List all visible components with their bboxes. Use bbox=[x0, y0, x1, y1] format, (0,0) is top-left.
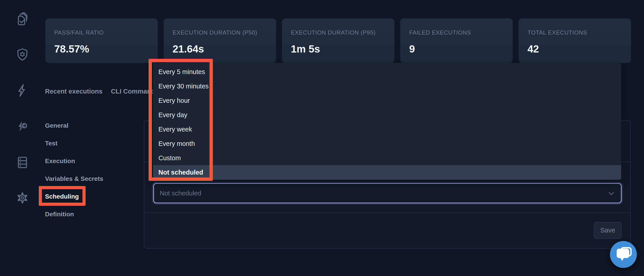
stat-card-value: 42 bbox=[528, 43, 622, 55]
sidebar-item-variables-secrets[interactable]: Variables & Secrets bbox=[45, 170, 103, 188]
triggers-icon[interactable] bbox=[15, 120, 30, 134]
save-button[interactable]: Save bbox=[594, 222, 622, 239]
settings-icon[interactable] bbox=[15, 191, 30, 205]
schedule-select-value: Not scheduled bbox=[160, 184, 201, 203]
sidebar-item-general[interactable]: General bbox=[45, 117, 103, 134]
app-screen: PASS/FAIL RATIO78.57%EXECUTION DURATION … bbox=[0, 0, 644, 276]
sidebar-item-test[interactable]: Test bbox=[45, 134, 103, 152]
stat-card-value: 9 bbox=[409, 43, 504, 55]
stat-card: EXECUTION DURATION (P50)21.64s bbox=[164, 18, 276, 63]
dropdown-option-every-month[interactable]: Every month bbox=[153, 136, 621, 151]
schedule-select[interactable]: Not scheduled bbox=[153, 183, 622, 203]
dropdown-option-custom[interactable]: Custom bbox=[153, 151, 621, 165]
stat-card-label: PASS/FAIL RATIO bbox=[54, 29, 149, 36]
stat-card-label: TOTAL EXECUTIONS bbox=[528, 29, 622, 36]
stat-card: PASS/FAIL RATIO78.57% bbox=[45, 18, 158, 63]
stat-card: FAILED EXECUTIONS9 bbox=[400, 18, 513, 63]
sources-icon[interactable] bbox=[15, 155, 30, 170]
stat-card-label: EXECUTION DURATION (P50) bbox=[172, 29, 267, 36]
dropdown-option-not-scheduled[interactable]: Not scheduled bbox=[153, 165, 621, 180]
panel-footer-divider bbox=[144, 212, 630, 213]
stat-card-value: 78.57% bbox=[54, 43, 149, 55]
chevron-down-icon bbox=[607, 189, 616, 198]
dropdown-option-every-week[interactable]: Every week bbox=[153, 122, 621, 136]
sidebar-item-execution[interactable]: Execution bbox=[45, 152, 103, 170]
stats-row: PASS/FAIL RATIO78.57%EXECUTION DURATION … bbox=[45, 18, 631, 63]
tab-cli-commands[interactable]: CLI Commands bbox=[111, 87, 159, 95]
stat-card-label: EXECUTION DURATION (P95) bbox=[291, 29, 386, 36]
stat-card-label: FAILED EXECUTIONS bbox=[409, 29, 504, 36]
tab-recent-executions[interactable]: Recent executions bbox=[45, 87, 102, 95]
sidebar-item-scheduling[interactable]: Scheduling bbox=[45, 188, 103, 205]
dropdown-option-every-hour[interactable]: Every hour bbox=[153, 93, 621, 108]
schedule-dropdown-menu: Every 5 minutesEvery 30 minutesEvery hou… bbox=[153, 63, 621, 180]
stat-card-value: 21.64s bbox=[172, 43, 267, 55]
chat-bubbles-icon bbox=[610, 241, 637, 268]
stat-card-value: 1m 5s bbox=[291, 43, 386, 55]
dropdown-option-every-30-minutes[interactable]: Every 30 minutes bbox=[153, 79, 621, 93]
chat-launcher-button[interactable] bbox=[610, 241, 637, 268]
stat-card: TOTAL EXECUTIONS42 bbox=[518, 18, 631, 63]
dropdown-option-every-5-minutes[interactable]: Every 5 minutes bbox=[153, 65, 621, 79]
settings-nav: GeneralTestExecutionVariables & SecretsS… bbox=[45, 117, 103, 223]
dropdown-option-every-day[interactable]: Every day bbox=[153, 108, 621, 122]
executions-icon[interactable] bbox=[15, 83, 30, 98]
test-suites-icon[interactable] bbox=[15, 12, 30, 26]
sidebar-item-definition[interactable]: Definition bbox=[45, 205, 103, 223]
stat-card: EXECUTION DURATION (P95)1m 5s bbox=[282, 18, 394, 63]
shield-settings-icon[interactable] bbox=[15, 48, 30, 62]
